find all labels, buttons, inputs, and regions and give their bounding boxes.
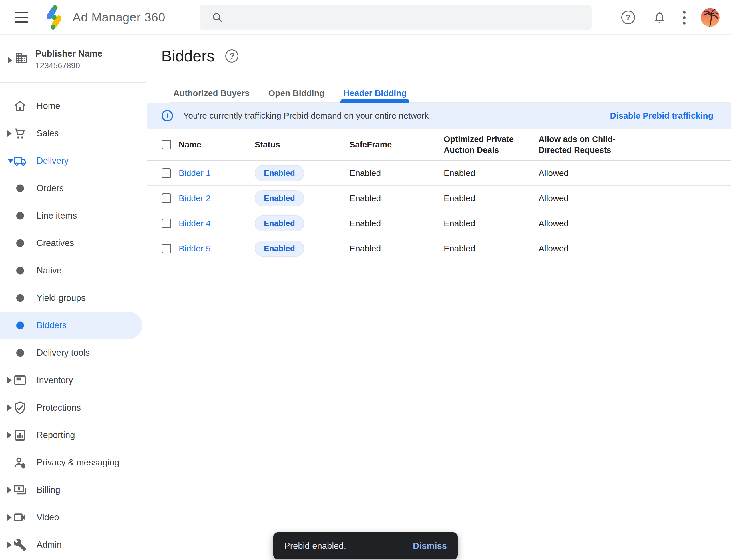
bidder-link[interactable]: Bidder 4 — [179, 219, 211, 228]
shield-check-icon — [13, 401, 27, 415]
expand-arrow-icon[interactable] — [7, 405, 12, 411]
notifications-bell-icon[interactable] — [653, 10, 666, 24]
table-row: Bidder 5 Enabled Enabled Enabled Allowed — [147, 236, 731, 261]
sidebar-nav: Publisher Name 1234567890 Home Sales — [0, 35, 146, 560]
sidebar-item-inventory[interactable]: Inventory — [0, 367, 146, 394]
safeframe-value: Enabled — [350, 193, 381, 203]
more-options-icon[interactable] — [681, 11, 688, 25]
safeframe-value: Enabled — [350, 219, 381, 228]
search-bar[interactable] — [200, 5, 592, 30]
sidebar-item-protections[interactable]: Protections — [0, 394, 146, 421]
expand-arrow-icon[interactable] — [7, 487, 12, 493]
row-checkbox[interactable] — [162, 244, 171, 253]
sidebar-item-creatives[interactable]: Creatives — [0, 229, 146, 257]
column-header-optimized-private-auction-deals: Optimized Private Auction Deals — [444, 134, 531, 155]
cart-icon — [13, 127, 27, 140]
bullet-icon — [16, 239, 24, 247]
tab-open-bidding[interactable]: Open Bidding — [269, 84, 325, 102]
sidebar-item-line-items[interactable]: Line items — [0, 202, 146, 229]
bullet-icon — [16, 267, 24, 275]
wrench-icon — [13, 538, 27, 552]
select-all-checkbox[interactable] — [162, 140, 171, 149]
table-header-row: Name Status SafeFrame Optimized Private … — [147, 129, 731, 161]
child-directed-value: Allowed — [538, 219, 636, 228]
bidder-link[interactable]: Bidder 5 — [179, 244, 211, 253]
tab-authorized-buyers[interactable]: Authorized Buyers — [173, 84, 250, 102]
opad-value: Enabled — [444, 193, 531, 203]
row-checkbox[interactable] — [162, 193, 171, 203]
sidebar-item-native[interactable]: Native — [0, 257, 146, 284]
publisher-network-selector[interactable]: Publisher Name 1234567890 — [0, 35, 146, 83]
table-row: Bidder 1 Enabled Enabled Enabled Allowed — [147, 161, 731, 186]
disable-prebid-trafficking-link[interactable]: Disable Prebid trafficking — [610, 111, 713, 121]
sidebar-item-delivery[interactable]: Delivery — [0, 147, 146, 175]
info-icon: i — [162, 110, 173, 121]
search-input[interactable] — [231, 12, 583, 23]
main-content: Bidders ? Authorized Buyers Open Bidding… — [147, 35, 731, 560]
account-avatar[interactable] — [701, 8, 720, 27]
expand-arrow-icon[interactable] — [7, 542, 12, 548]
page-help-icon[interactable]: ? — [225, 49, 239, 63]
status-badge: Enabled — [255, 241, 304, 257]
sidebar-item-admin[interactable]: Admin — [0, 531, 146, 559]
dismiss-button[interactable]: Dismiss — [413, 541, 447, 551]
tab-bar: Authorized Buyers Open Bidding Header Bi… — [170, 84, 731, 103]
bullet-icon — [16, 185, 24, 192]
ad-unit-icon — [13, 373, 27, 387]
opad-value: Enabled — [444, 244, 531, 253]
toast-message: Prebid enabled. — [284, 541, 346, 551]
truck-icon — [13, 154, 27, 168]
child-directed-value: Allowed — [538, 168, 636, 178]
opad-value: Enabled — [444, 219, 531, 228]
column-header-status: Status — [255, 139, 280, 150]
expand-arrow-icon[interactable] — [7, 432, 12, 438]
banknote-icon — [13, 483, 27, 497]
table-row: Bidder 4 Enabled Enabled Enabled Allowed — [147, 211, 731, 236]
bidders-table: Name Status SafeFrame Optimized Private … — [147, 129, 731, 261]
publisher-name: Publisher Name — [35, 49, 102, 59]
page-title: Bidders — [161, 47, 215, 65]
sidebar-item-yield-groups[interactable]: Yield groups — [0, 284, 146, 312]
sidebar-item-orders[interactable]: Orders — [0, 175, 146, 202]
safeframe-value: Enabled — [350, 244, 381, 253]
info-banner: i You're currently trafficking Prebid de… — [147, 103, 731, 129]
snackbar-toast: Prebid enabled. Dismiss — [273, 532, 458, 559]
sidebar-item-privacy-messaging[interactable]: Privacy & messaging — [0, 449, 146, 476]
sidebar-item-bidders[interactable]: Bidders — [0, 312, 142, 339]
sidebar-item-reporting[interactable]: Reporting — [0, 421, 146, 449]
ad-manager-logo-icon — [42, 5, 66, 30]
bidder-link[interactable]: Bidder 1 — [179, 168, 211, 178]
sidebar-item-sales[interactable]: Sales — [0, 120, 146, 147]
sidebar-item-home[interactable]: Home — [0, 92, 146, 120]
row-checkbox[interactable] — [162, 219, 171, 228]
row-checkbox[interactable] — [162, 168, 171, 178]
search-icon — [211, 11, 223, 23]
help-icon[interactable]: ? — [621, 11, 635, 24]
top-app-bar: Ad Manager 360 ? — [0, 0, 731, 35]
tab-header-bidding[interactable]: Header Bidding — [343, 84, 406, 102]
expand-arrow-icon[interactable] — [7, 130, 12, 137]
bidder-link[interactable]: Bidder 2 — [179, 193, 211, 203]
column-header-allow-child-directed: Allow ads on Child-Directed Requests — [538, 134, 636, 155]
collapse-arrow-icon[interactable] — [7, 159, 14, 163]
bullet-icon — [16, 294, 24, 302]
bar-chart-icon — [13, 428, 27, 442]
child-directed-value: Allowed — [538, 193, 636, 203]
sidebar-item-delivery-tools[interactable]: Delivery tools — [0, 339, 146, 367]
sidebar-item-video[interactable]: Video — [0, 504, 146, 531]
expand-arrow-icon[interactable] — [7, 514, 12, 521]
home-icon — [13, 99, 27, 113]
child-directed-value: Allowed — [538, 244, 636, 253]
expand-arrow-icon[interactable] — [7, 377, 12, 383]
app-title: Ad Manager 360 — [73, 10, 165, 24]
banner-message: You're currently trafficking Prebid dema… — [183, 111, 429, 121]
bullet-icon — [16, 322, 24, 329]
video-camera-icon — [13, 511, 27, 524]
hamburger-menu-icon[interactable] — [15, 12, 28, 23]
status-badge: Enabled — [255, 215, 304, 231]
status-badge: Enabled — [255, 165, 304, 181]
expand-arrow-icon[interactable] — [8, 57, 12, 63]
sidebar-item-billing[interactable]: Billing — [0, 476, 146, 504]
safeframe-value: Enabled — [350, 168, 381, 178]
column-header-safeframe: SafeFrame — [350, 139, 392, 150]
